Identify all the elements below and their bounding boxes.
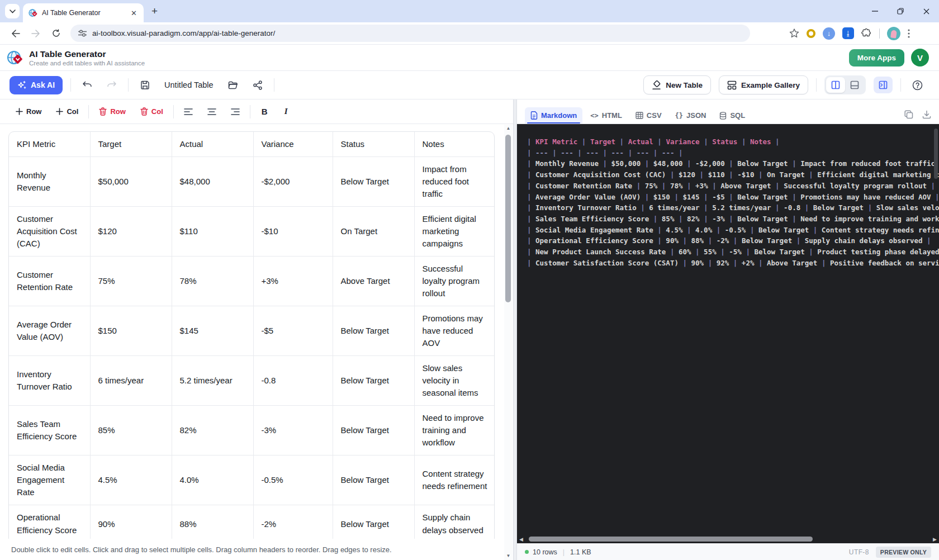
help-button[interactable] bbox=[909, 77, 926, 93]
open-folder-button[interactable] bbox=[225, 77, 241, 93]
table-cell[interactable]: 82% bbox=[172, 406, 253, 455]
close-window-button[interactable] bbox=[913, 0, 939, 22]
table-cell[interactable]: $110 bbox=[172, 206, 253, 256]
tab-search-button[interactable] bbox=[5, 4, 20, 18]
extension-download-icon[interactable]: ↓ bbox=[823, 27, 835, 40]
undo-button[interactable] bbox=[79, 77, 96, 93]
column-header[interactable]: Actual bbox=[172, 132, 253, 156]
table-cell[interactable]: Operational Efficiency Score bbox=[9, 505, 90, 539]
table-cell[interactable]: Above Target bbox=[333, 256, 414, 306]
table-cell[interactable]: Content strategy needs refinement bbox=[414, 455, 495, 505]
table-cell[interactable]: Monthly Revenue bbox=[9, 156, 90, 206]
column-header[interactable]: Status bbox=[333, 132, 414, 156]
table-cell[interactable]: Sales Team Efficiency Score bbox=[9, 406, 90, 455]
table-cell[interactable]: Impact from reduced foot traffic bbox=[414, 156, 495, 206]
table-cell[interactable]: Below Target bbox=[333, 356, 414, 406]
table-cell[interactable]: Social Media Engagement Rate bbox=[9, 455, 90, 505]
new-table-button[interactable]: New Table bbox=[643, 75, 711, 94]
scroll-down-icon[interactable]: ▼ bbox=[506, 552, 511, 560]
table-cell[interactable]: Customer Acquisition Cost (CAC) bbox=[9, 206, 90, 256]
table-cell[interactable]: $48,000 bbox=[172, 156, 253, 206]
back-button[interactable] bbox=[7, 25, 24, 42]
table-cell[interactable]: Below Target bbox=[333, 505, 414, 539]
tab-csv[interactable]: CSV bbox=[630, 107, 667, 124]
split-horizontal-toggle[interactable] bbox=[845, 77, 864, 93]
table-cell[interactable]: 4.0% bbox=[172, 455, 253, 505]
table-cell[interactable]: Below Target bbox=[333, 406, 414, 455]
markdown-preview[interactable]: | KPI Metric | Target | Actual | Varianc… bbox=[517, 124, 939, 535]
table-cell[interactable]: 88% bbox=[172, 505, 253, 539]
scrollbar-thumb[interactable] bbox=[529, 537, 813, 542]
example-gallery-button[interactable]: Example Gallery bbox=[719, 75, 808, 94]
table-cell[interactable]: $145 bbox=[172, 306, 253, 355]
table-cell[interactable]: Customer Retention Rate bbox=[9, 256, 90, 306]
table-cell[interactable]: -2% bbox=[253, 505, 333, 539]
column-header[interactable]: Notes bbox=[414, 132, 495, 156]
scroll-right-icon[interactable]: ▶ bbox=[933, 537, 937, 542]
code-vertical-scrollbar[interactable] bbox=[934, 129, 938, 179]
table-cell[interactable]: 85% bbox=[90, 406, 172, 455]
table-cell[interactable]: Below Target bbox=[333, 306, 414, 355]
table-cell[interactable]: -$10 bbox=[253, 206, 333, 256]
table-cell[interactable]: Below Target bbox=[333, 156, 414, 206]
redo-button[interactable] bbox=[103, 77, 120, 93]
more-apps-button[interactable]: More Apps bbox=[849, 49, 904, 67]
table-cell[interactable]: Supply chain delays observed bbox=[414, 505, 495, 539]
new-tab-button[interactable]: + bbox=[151, 5, 158, 17]
browser-profile-avatar[interactable] bbox=[887, 27, 900, 40]
table-cell[interactable]: 5.2 times/year bbox=[172, 356, 253, 406]
table-cell[interactable]: On Target bbox=[333, 206, 414, 256]
panel-splitter[interactable] bbox=[513, 99, 517, 560]
minimize-button[interactable] bbox=[862, 0, 888, 22]
column-header[interactable]: Variance bbox=[253, 132, 333, 156]
table-cell[interactable]: Promotions may have reduced AOV bbox=[414, 306, 495, 355]
scrollbar-thumb[interactable] bbox=[505, 135, 511, 302]
delete-row-button[interactable]: Row bbox=[94, 104, 130, 119]
table-cell[interactable]: $50,000 bbox=[90, 156, 172, 206]
save-button[interactable] bbox=[136, 77, 153, 93]
table-cell[interactable]: -$2,000 bbox=[253, 156, 333, 206]
extension-ring-icon[interactable] bbox=[807, 29, 815, 38]
delete-column-button[interactable]: Col bbox=[136, 104, 168, 119]
copy-icon[interactable] bbox=[904, 110, 913, 119]
document-title[interactable]: Untitled Table bbox=[164, 80, 214, 89]
bold-button[interactable]: B bbox=[256, 105, 273, 118]
table-cell[interactable]: Successful loyalty program rollout bbox=[414, 256, 495, 306]
maximize-button[interactable] bbox=[888, 0, 913, 22]
table-cell[interactable]: -3% bbox=[253, 406, 333, 455]
scroll-up-icon[interactable]: ▲ bbox=[506, 125, 511, 132]
italic-button[interactable]: I bbox=[279, 105, 293, 118]
table-cell[interactable]: 6 times/year bbox=[90, 356, 172, 406]
forward-button[interactable] bbox=[27, 25, 44, 42]
table-cell[interactable]: 90% bbox=[90, 505, 172, 539]
table-cell[interactable]: Below Target bbox=[333, 455, 414, 505]
table-cell[interactable]: Need to improve training and workflow bbox=[414, 406, 495, 455]
table-cell[interactable]: 75% bbox=[90, 256, 172, 306]
tab-json[interactable]: {} JSON bbox=[670, 107, 712, 124]
browser-tab[interactable]: AI Table Generator ✕ bbox=[23, 3, 144, 22]
table-cell[interactable]: -0.8 bbox=[253, 356, 333, 406]
column-header[interactable]: Target bbox=[90, 132, 172, 156]
table-cell[interactable]: Inventory Turnover Ratio bbox=[9, 356, 90, 406]
tab-markdown[interactable]: Markdown bbox=[525, 107, 582, 124]
table-vertical-scrollbar[interactable]: ▲ ▼ bbox=[504, 125, 513, 560]
share-button[interactable] bbox=[249, 77, 266, 93]
table-cell[interactable]: 4.5% bbox=[90, 455, 172, 505]
bookmark-star-icon[interactable] bbox=[789, 29, 799, 38]
column-header[interactable]: KPI Metric bbox=[9, 132, 90, 156]
downloads-icon[interactable]: ⭳ bbox=[842, 27, 854, 39]
table-cell[interactable]: 78% bbox=[172, 256, 253, 306]
table-cell[interactable]: -0.5% bbox=[253, 455, 333, 505]
browser-menu-icon[interactable] bbox=[908, 29, 910, 38]
align-center-button[interactable] bbox=[203, 105, 221, 118]
user-avatar[interactable]: V bbox=[911, 49, 929, 67]
address-bar[interactable]: ai-toolbox.visual-paradigm.com/app/ai-ta… bbox=[70, 25, 750, 42]
add-row-button[interactable]: Row bbox=[11, 104, 46, 119]
toggle-preview-panel-button[interactable] bbox=[874, 77, 893, 93]
align-left-button[interactable] bbox=[179, 105, 197, 118]
extensions-puzzle-icon[interactable] bbox=[861, 28, 872, 39]
table-cell[interactable]: -$5 bbox=[253, 306, 333, 355]
tab-close-icon[interactable]: ✕ bbox=[129, 8, 139, 18]
tab-sql[interactable]: SQL bbox=[714, 107, 751, 124]
add-column-button[interactable]: Col bbox=[51, 104, 83, 119]
